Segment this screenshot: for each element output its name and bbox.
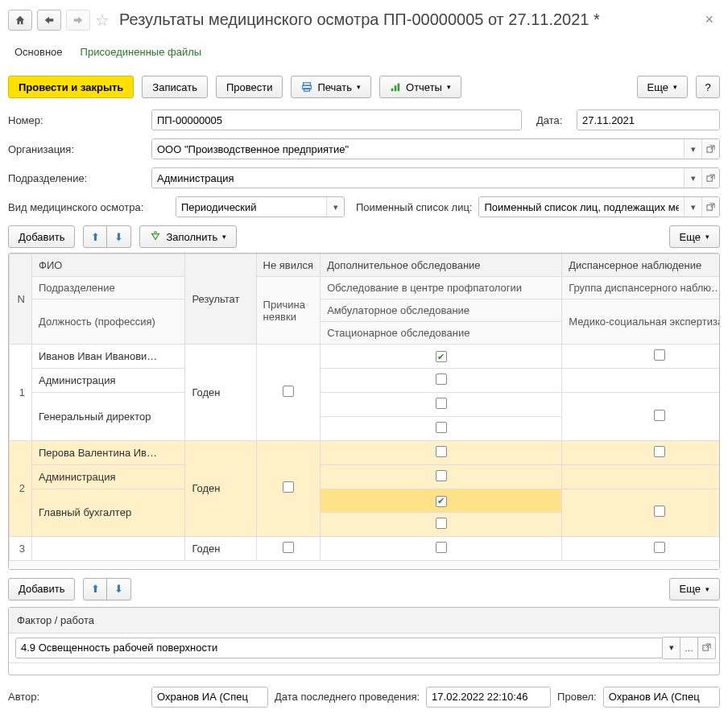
tab-attached-files[interactable]: Присоединенные файлы bbox=[81, 41, 202, 64]
cell-disp[interactable] bbox=[562, 441, 719, 465]
cell-extra-center[interactable] bbox=[321, 369, 562, 393]
checkbox[interactable] bbox=[654, 410, 665, 421]
fill-button[interactable]: Заполнить ▾ bbox=[139, 225, 237, 248]
cell-dept[interactable]: Администрация bbox=[32, 465, 185, 489]
checkbox[interactable] bbox=[654, 446, 665, 457]
cell-extra-stat[interactable] bbox=[321, 417, 562, 441]
cell-fio[interactable] bbox=[32, 536, 185, 560]
cell-extra[interactable] bbox=[321, 441, 562, 465]
checkbox[interactable] bbox=[436, 542, 447, 553]
move-up-button[interactable]: ⬆ bbox=[83, 225, 107, 248]
col-disp[interactable]: Диспансерное наблюдение bbox=[562, 254, 719, 277]
move-down-button[interactable]: ⬇ bbox=[107, 225, 131, 248]
cell-extra-amb[interactable] bbox=[321, 393, 562, 417]
checkbox[interactable] bbox=[436, 496, 447, 507]
checkbox[interactable] bbox=[436, 351, 447, 362]
checkbox[interactable] bbox=[283, 481, 294, 493]
open-icon[interactable] bbox=[701, 197, 719, 217]
last-run-field[interactable] bbox=[426, 687, 551, 708]
col-position[interactable]: Должность (профессия) bbox=[32, 299, 185, 345]
col-extra-amb[interactable]: Амбулаторное обследование bbox=[321, 299, 562, 322]
checkbox[interactable] bbox=[436, 398, 447, 409]
cell-disp[interactable] bbox=[562, 536, 719, 560]
table-more-button[interactable]: Еще ▾ bbox=[669, 225, 720, 248]
checkbox[interactable] bbox=[436, 422, 447, 433]
chevron-down-icon[interactable]: ▾ bbox=[684, 139, 701, 159]
cell-extra[interactable] bbox=[321, 536, 562, 560]
chevron-down-icon[interactable]: ▾ bbox=[663, 637, 680, 659]
cell-noshow[interactable] bbox=[256, 536, 321, 560]
number-field[interactable] bbox=[151, 109, 522, 130]
more-button[interactable]: Еще ▾ bbox=[637, 76, 688, 98]
row-number[interactable]: 3 bbox=[10, 536, 32, 560]
post-button[interactable]: Провести bbox=[216, 76, 283, 98]
exam-type-field[interactable] bbox=[176, 197, 326, 217]
cell-disp-group[interactable] bbox=[562, 369, 719, 393]
cell-noshow[interactable] bbox=[256, 345, 321, 441]
checkbox[interactable] bbox=[283, 386, 294, 397]
author-field[interactable] bbox=[152, 687, 268, 707]
cell-result[interactable]: Годен bbox=[185, 536, 256, 560]
factor-move-up-button[interactable]: ⬆ bbox=[83, 578, 107, 601]
cell-position[interactable]: Генеральный директор bbox=[32, 393, 185, 441]
factor-more-button[interactable]: Еще ▾ bbox=[669, 578, 720, 601]
checkbox[interactable] bbox=[436, 518, 447, 529]
checkbox[interactable] bbox=[436, 374, 447, 385]
date-field[interactable] bbox=[577, 110, 720, 130]
factor-move-down-button[interactable]: ⬇ bbox=[107, 578, 131, 601]
add-row-button[interactable]: Добавить bbox=[8, 225, 75, 248]
cell-disp-mse[interactable] bbox=[562, 393, 719, 441]
col-dept[interactable]: Подразделение bbox=[32, 277, 185, 299]
cell-disp-group[interactable] bbox=[562, 465, 719, 489]
col-extra-stat[interactable]: Стационарное обследование bbox=[321, 322, 562, 345]
factor-column-header[interactable]: Фактор / работа bbox=[9, 608, 719, 634]
checkbox[interactable] bbox=[436, 470, 447, 481]
checkbox[interactable] bbox=[654, 506, 665, 517]
open-icon[interactable] bbox=[698, 637, 716, 659]
performed-by-field[interactable] bbox=[604, 687, 720, 707]
close-button[interactable]: × bbox=[698, 8, 720, 31]
col-noshow[interactable]: Не явился bbox=[256, 254, 321, 277]
open-icon[interactable] bbox=[701, 139, 719, 159]
ellipsis-icon[interactable]: … bbox=[680, 637, 698, 659]
organization-field[interactable] bbox=[152, 139, 684, 159]
row-number[interactable]: 2 bbox=[10, 441, 32, 537]
cell-disp[interactable] bbox=[562, 345, 719, 369]
namelist-field[interactable] bbox=[479, 197, 684, 217]
col-extra-center[interactable]: Обследование в центре профпатологии bbox=[321, 277, 562, 299]
back-button[interactable] bbox=[37, 10, 61, 31]
row-number[interactable]: 1 bbox=[10, 345, 32, 441]
home-button[interactable] bbox=[8, 10, 32, 31]
cell-dept[interactable]: Администрация bbox=[32, 369, 185, 393]
cell-extra-amb[interactable] bbox=[321, 489, 562, 513]
favorite-star-icon[interactable]: ☆ bbox=[95, 10, 110, 30]
tab-main[interactable]: Основное bbox=[11, 41, 66, 64]
persons-table[interactable]: N ФИО Результат Не явился Дополнительное… bbox=[9, 254, 719, 561]
cell-position[interactable]: Главный бухгалтер bbox=[32, 489, 185, 537]
cell-extra-stat[interactable] bbox=[321, 512, 562, 536]
cell-fio[interactable]: Иванов Иван Иванови… bbox=[32, 345, 185, 369]
col-disp-group[interactable]: Группа диспансерного наблю… bbox=[562, 277, 719, 299]
department-field[interactable] bbox=[152, 168, 684, 188]
cell-disp-mse[interactable] bbox=[562, 489, 719, 537]
cell-fio[interactable]: Перова Валентина Ив… bbox=[32, 441, 185, 465]
chevron-down-icon[interactable]: ▾ bbox=[684, 197, 701, 217]
help-button[interactable]: ? bbox=[696, 76, 720, 98]
checkbox[interactable] bbox=[654, 349, 665, 361]
col-fio[interactable]: ФИО bbox=[32, 254, 185, 277]
reports-button[interactable]: Отчеты ▾ bbox=[379, 76, 461, 98]
print-button[interactable]: Печать ▾ bbox=[291, 76, 371, 98]
col-n[interactable]: N bbox=[10, 254, 32, 345]
write-button[interactable]: Записать bbox=[142, 76, 208, 98]
chevron-down-icon[interactable]: ▾ bbox=[326, 197, 344, 217]
open-icon[interactable] bbox=[701, 168, 719, 188]
col-extra[interactable]: Дополнительное обследование bbox=[321, 254, 562, 277]
factor-table[interactable]: Фактор / работа ▾ … bbox=[8, 607, 720, 675]
post-and-close-button[interactable]: Провести и закрыть bbox=[8, 76, 134, 98]
cell-result[interactable]: Годен bbox=[185, 441, 256, 537]
col-noshow-reason[interactable]: Причина неявки bbox=[256, 277, 321, 345]
col-disp-mse[interactable]: Медико-социальная экспертиза bbox=[562, 299, 719, 345]
checkbox[interactable] bbox=[436, 446, 447, 457]
cell-noshow[interactable] bbox=[256, 441, 321, 537]
checkbox[interactable] bbox=[654, 542, 665, 553]
